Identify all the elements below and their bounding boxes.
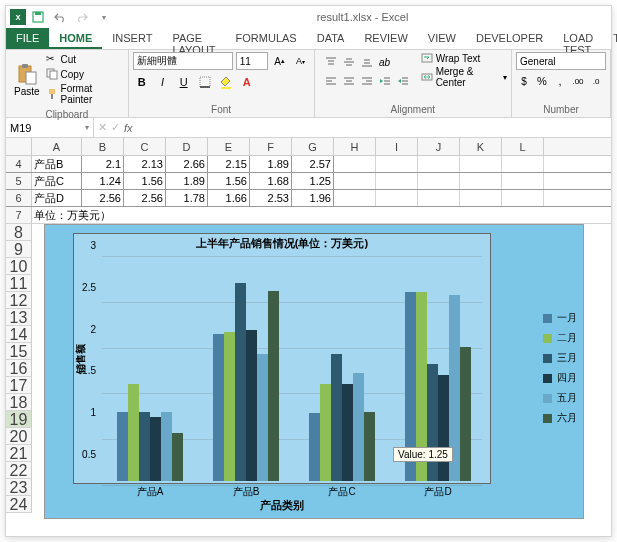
spreadsheet-grid[interactable]: ABCDEFGHIJKL 4产品B2.12.132.662.151.892.57… — [6, 138, 611, 524]
row-header[interactable]: 18 — [6, 394, 32, 411]
row-header[interactable]: 5 — [6, 173, 32, 189]
italic-button[interactable]: I — [154, 73, 172, 91]
ribbon-tab-insert[interactable]: INSERT — [102, 28, 162, 49]
cell[interactable]: 1.68 — [250, 173, 292, 189]
formula-input[interactable] — [137, 118, 611, 137]
cell[interactable] — [334, 173, 376, 189]
row-header[interactable]: 21 — [6, 445, 32, 462]
chart-bar[interactable] — [309, 413, 320, 481]
cut-button[interactable]: ✂Cut — [44, 52, 124, 66]
row-header[interactable]: 24 — [6, 496, 32, 513]
paste-button[interactable]: Paste — [10, 52, 44, 106]
cell[interactable] — [418, 173, 460, 189]
cell[interactable]: 2.1 — [82, 156, 124, 172]
cell[interactable] — [502, 190, 544, 206]
cell[interactable]: 2.56 — [124, 190, 166, 206]
column-header[interactable]: K — [460, 138, 502, 155]
row-header[interactable]: 11 — [6, 275, 32, 292]
redo-icon[interactable] — [72, 8, 92, 26]
cell[interactable] — [418, 190, 460, 206]
row-header[interactable]: 7 — [6, 207, 32, 223]
cell[interactable] — [460, 156, 502, 172]
ribbon-tab-review[interactable]: REVIEW — [354, 28, 417, 49]
row-header[interactable]: 12 — [6, 292, 32, 309]
align-center-button[interactable] — [341, 73, 357, 89]
chart-bar[interactable] — [427, 364, 438, 481]
chart-bar[interactable] — [257, 354, 268, 481]
chart-bar[interactable] — [353, 373, 364, 481]
row-header[interactable]: 20 — [6, 428, 32, 445]
row-header[interactable]: 23 — [6, 479, 32, 496]
cell[interactable]: 1.78 — [166, 190, 208, 206]
row-header[interactable]: 14 — [6, 326, 32, 343]
column-header[interactable]: E — [208, 138, 250, 155]
cell[interactable]: 2.53 — [250, 190, 292, 206]
column-header[interactable]: B — [82, 138, 124, 155]
cell[interactable]: 1.66 — [208, 190, 250, 206]
column-header[interactable]: J — [418, 138, 460, 155]
ribbon-tab-data[interactable]: DATA — [307, 28, 355, 49]
row-header[interactable]: 13 — [6, 309, 32, 326]
chart-bar[interactable] — [172, 433, 183, 481]
decrease-decimal-button[interactable]: .0 — [588, 73, 604, 89]
merge-center-button[interactable]: Merge & Center▾ — [421, 66, 507, 88]
cell[interactable] — [460, 190, 502, 206]
ribbon-tab-home[interactable]: HOME — [49, 28, 102, 49]
chart-bar[interactable] — [320, 384, 331, 481]
chart-bar[interactable] — [150, 417, 161, 481]
chart-bar[interactable] — [139, 412, 150, 481]
name-box[interactable]: M19▾ — [6, 118, 94, 137]
grow-font-button[interactable]: A▴ — [271, 52, 289, 70]
cell[interactable]: 单位：万美元） — [32, 207, 332, 223]
cell[interactable]: 产品B — [32, 156, 82, 172]
chart-bar[interactable] — [128, 384, 139, 481]
underline-button[interactable]: U — [175, 73, 193, 91]
number-format-select[interactable] — [516, 52, 606, 70]
ribbon-tab-file[interactable]: FILE — [6, 28, 49, 49]
cell[interactable] — [418, 156, 460, 172]
cell[interactable]: 1.25 — [292, 173, 334, 189]
ribbon-tab-view[interactable]: VIEW — [418, 28, 466, 49]
cell[interactable] — [334, 190, 376, 206]
ribbon-tab-formulas[interactable]: FORMULAS — [226, 28, 307, 49]
chart-bar[interactable] — [460, 347, 471, 481]
font-size-select[interactable] — [236, 52, 268, 70]
cell[interactable]: 2.66 — [166, 156, 208, 172]
embedded-chart[interactable]: 上半年产品销售情况(单位：万美元) 销售额 0.511.522.53 产品A产品… — [44, 224, 584, 519]
row-header[interactable]: 22 — [6, 462, 32, 479]
wrap-text-button[interactable]: Wrap Text — [421, 52, 507, 64]
ribbon-tab-page-layout[interactable]: PAGE LAYOUT — [162, 28, 225, 49]
save-icon[interactable] — [28, 8, 48, 26]
cell[interactable]: 1.89 — [250, 156, 292, 172]
row-header[interactable]: 16 — [6, 360, 32, 377]
chart-bar[interactable] — [364, 412, 375, 481]
column-header[interactable]: L — [502, 138, 544, 155]
cell[interactable]: 产品C — [32, 173, 82, 189]
chart-bar[interactable] — [246, 330, 257, 481]
increase-indent-button[interactable] — [395, 73, 411, 89]
chart-bar[interactable] — [117, 412, 128, 481]
qat-dropdown-icon[interactable]: ▾ — [94, 8, 114, 26]
decrease-indent-button[interactable] — [377, 73, 393, 89]
chart-bar[interactable] — [342, 384, 353, 481]
align-middle-button[interactable] — [341, 54, 357, 70]
cell[interactable] — [376, 190, 418, 206]
column-header[interactable]: F — [250, 138, 292, 155]
row-header[interactable]: 17 — [6, 377, 32, 394]
column-header[interactable]: H — [334, 138, 376, 155]
cell[interactable]: 2.13 — [124, 156, 166, 172]
ribbon-tab-load-test[interactable]: LOAD TEST — [553, 28, 603, 49]
column-header[interactable]: D — [166, 138, 208, 155]
percent-button[interactable]: % — [534, 73, 550, 89]
border-button[interactable] — [196, 73, 214, 91]
format-painter-button[interactable]: Format Painter — [44, 82, 124, 106]
orientation-button[interactable]: ab — [377, 54, 393, 70]
row-header[interactable]: 19 — [6, 411, 32, 428]
undo-icon[interactable] — [50, 8, 70, 26]
fx-icon[interactable]: fx — [124, 122, 133, 134]
column-header[interactable]: I — [376, 138, 418, 155]
cell[interactable]: 2.56 — [82, 190, 124, 206]
chart-bar[interactable] — [213, 334, 224, 481]
cell[interactable] — [376, 156, 418, 172]
fill-color-button[interactable] — [217, 73, 235, 91]
